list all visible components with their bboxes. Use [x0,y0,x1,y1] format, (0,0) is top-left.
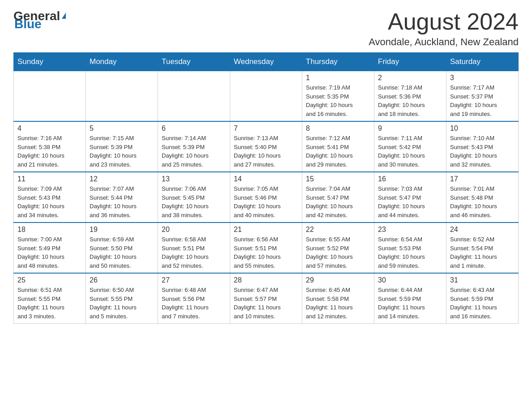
day-info: Sunrise: 6:51 AM Sunset: 5:55 PM Dayligh… [17,286,82,321]
day-number: 30 [378,276,442,284]
calendar-week-row: 18Sunrise: 7:00 AM Sunset: 5:49 PM Dayli… [14,223,519,273]
day-info: Sunrise: 7:11 AM Sunset: 5:42 PM Dayligh… [378,134,442,169]
day-number: 23 [378,226,442,234]
day-number: 16 [378,175,442,183]
day-info: Sunrise: 7:18 AM Sunset: 5:36 PM Dayligh… [378,83,442,118]
calendar-cell: 15Sunrise: 7:04 AM Sunset: 5:47 PM Dayli… [302,172,374,223]
calendar-cell: 19Sunrise: 6:59 AM Sunset: 5:50 PM Dayli… [86,223,158,273]
title-section: August 2024 Avondale, Auckland, New Zeal… [369,9,519,48]
day-info: Sunrise: 7:04 AM Sunset: 5:47 PM Dayligh… [306,184,370,219]
calendar-cell: 3Sunrise: 7:17 AM Sunset: 5:37 PM Daylig… [446,71,519,122]
location: Avondale, Auckland, New Zealand [369,36,519,48]
day-number: 5 [90,124,154,133]
calendar-cell: 2Sunrise: 7:18 AM Sunset: 5:36 PM Daylig… [374,71,446,122]
day-number: 3 [450,74,515,82]
day-number: 14 [234,175,298,183]
logo-blue: Blue [14,17,42,31]
calendar-cell: 8Sunrise: 7:12 AM Sunset: 5:41 PM Daylig… [302,121,374,172]
calendar-cell: 25Sunrise: 6:51 AM Sunset: 5:55 PM Dayli… [14,273,86,324]
day-info: Sunrise: 7:10 AM Sunset: 5:43 PM Dayligh… [450,134,515,169]
day-number: 24 [450,226,515,234]
calendar-cell: 10Sunrise: 7:10 AM Sunset: 5:43 PM Dayli… [446,121,519,172]
day-number: 2 [378,74,442,82]
calendar-cell: 21Sunrise: 6:56 AM Sunset: 5:51 PM Dayli… [230,223,302,273]
day-info: Sunrise: 7:01 AM Sunset: 5:48 PM Dayligh… [450,184,515,219]
month-title: August 2024 [369,9,519,34]
day-number: 6 [162,124,226,133]
calendar-cell: 1Sunrise: 7:19 AM Sunset: 5:35 PM Daylig… [302,71,374,122]
day-number: 19 [90,226,154,234]
day-info: Sunrise: 7:09 AM Sunset: 5:43 PM Dayligh… [17,184,82,219]
calendar-cell: 13Sunrise: 7:06 AM Sunset: 5:45 PM Dayli… [158,172,230,223]
calendar-cell: 20Sunrise: 6:58 AM Sunset: 5:51 PM Dayli… [158,223,230,273]
day-number: 11 [17,175,82,183]
day-number: 12 [90,175,154,183]
calendar-header-tuesday: Tuesday [158,53,230,71]
day-number: 20 [162,226,226,234]
calendar-cell: 28Sunrise: 6:47 AM Sunset: 5:57 PM Dayli… [230,273,302,324]
day-info: Sunrise: 6:44 AM Sunset: 5:59 PM Dayligh… [378,286,442,321]
day-info: Sunrise: 6:52 AM Sunset: 5:54 PM Dayligh… [450,235,515,270]
day-info: Sunrise: 6:54 AM Sunset: 5:53 PM Dayligh… [378,235,442,270]
calendar-cell: 12Sunrise: 7:07 AM Sunset: 5:44 PM Dayli… [86,172,158,223]
calendar-cell [158,71,230,122]
day-info: Sunrise: 6:59 AM Sunset: 5:50 PM Dayligh… [90,235,154,270]
calendar-header-monday: Monday [86,53,158,71]
day-number: 29 [306,276,370,284]
calendar-cell: 4Sunrise: 7:16 AM Sunset: 5:38 PM Daylig… [14,121,86,172]
calendar-cell: 14Sunrise: 7:05 AM Sunset: 5:46 PM Dayli… [230,172,302,223]
calendar-cell: 27Sunrise: 6:48 AM Sunset: 5:56 PM Dayli… [158,273,230,324]
day-info: Sunrise: 6:56 AM Sunset: 5:51 PM Dayligh… [234,235,298,270]
day-info: Sunrise: 7:06 AM Sunset: 5:45 PM Dayligh… [162,184,226,219]
calendar-cell: 9Sunrise: 7:11 AM Sunset: 5:42 PM Daylig… [374,121,446,172]
day-info: Sunrise: 6:45 AM Sunset: 5:58 PM Dayligh… [306,286,370,321]
day-info: Sunrise: 6:48 AM Sunset: 5:56 PM Dayligh… [162,286,226,321]
day-number: 15 [306,175,370,183]
calendar-cell: 11Sunrise: 7:09 AM Sunset: 5:43 PM Dayli… [14,172,86,223]
calendar-cell: 17Sunrise: 7:01 AM Sunset: 5:48 PM Dayli… [446,172,519,223]
calendar-cell: 30Sunrise: 6:44 AM Sunset: 5:59 PM Dayli… [374,273,446,324]
day-info: Sunrise: 7:07 AM Sunset: 5:44 PM Dayligh… [90,184,154,219]
calendar-header-row: SundayMondayTuesdayWednesdayThursdayFrid… [14,53,519,71]
calendar-cell: 29Sunrise: 6:45 AM Sunset: 5:58 PM Dayli… [302,273,374,324]
calendar-cell [86,71,158,122]
calendar-cell: 7Sunrise: 7:13 AM Sunset: 5:40 PM Daylig… [230,121,302,172]
day-info: Sunrise: 6:50 AM Sunset: 5:55 PM Dayligh… [90,286,154,321]
day-number: 1 [306,74,370,82]
calendar-cell: 24Sunrise: 6:52 AM Sunset: 5:54 PM Dayli… [446,223,519,273]
calendar-table: SundayMondayTuesdayWednesdayThursdayFrid… [13,52,519,324]
day-info: Sunrise: 7:15 AM Sunset: 5:39 PM Dayligh… [90,134,154,169]
calendar-week-row: 25Sunrise: 6:51 AM Sunset: 5:55 PM Dayli… [14,273,519,324]
day-info: Sunrise: 7:19 AM Sunset: 5:35 PM Dayligh… [306,83,370,118]
calendar-week-row: 1Sunrise: 7:19 AM Sunset: 5:35 PM Daylig… [14,71,519,122]
page-header: General Blue August 2024 Avondale, Auckl… [13,9,519,48]
day-info: Sunrise: 6:43 AM Sunset: 5:59 PM Dayligh… [450,286,515,321]
calendar-cell: 6Sunrise: 7:14 AM Sunset: 5:39 PM Daylig… [158,121,230,172]
day-info: Sunrise: 6:47 AM Sunset: 5:57 PM Dayligh… [234,286,298,321]
day-info: Sunrise: 7:17 AM Sunset: 5:37 PM Dayligh… [450,83,515,118]
calendar-cell: 16Sunrise: 7:03 AM Sunset: 5:47 PM Dayli… [374,172,446,223]
day-number: 10 [450,124,515,133]
day-number: 21 [234,226,298,234]
day-info: Sunrise: 7:00 AM Sunset: 5:49 PM Dayligh… [17,235,82,270]
day-info: Sunrise: 7:13 AM Sunset: 5:40 PM Dayligh… [234,134,298,169]
calendar-cell: 5Sunrise: 7:15 AM Sunset: 5:39 PM Daylig… [86,121,158,172]
day-info: Sunrise: 7:05 AM Sunset: 5:46 PM Dayligh… [234,184,298,219]
day-number: 26 [90,276,154,284]
calendar-cell: 26Sunrise: 6:50 AM Sunset: 5:55 PM Dayli… [86,273,158,324]
day-number: 8 [306,124,370,133]
calendar-header-wednesday: Wednesday [230,53,302,71]
calendar-cell [14,71,86,122]
day-number: 7 [234,124,298,133]
calendar-header-saturday: Saturday [446,53,519,71]
calendar-header-friday: Friday [374,53,446,71]
day-number: 22 [306,226,370,234]
day-number: 27 [162,276,226,284]
day-number: 31 [450,276,515,284]
day-number: 25 [17,276,82,284]
calendar-cell: 22Sunrise: 6:55 AM Sunset: 5:52 PM Dayli… [302,223,374,273]
calendar-cell: 23Sunrise: 6:54 AM Sunset: 5:53 PM Dayli… [374,223,446,273]
calendar-header-thursday: Thursday [302,53,374,71]
day-info: Sunrise: 7:16 AM Sunset: 5:38 PM Dayligh… [17,134,82,169]
calendar-week-row: 4Sunrise: 7:16 AM Sunset: 5:38 PM Daylig… [14,121,519,172]
